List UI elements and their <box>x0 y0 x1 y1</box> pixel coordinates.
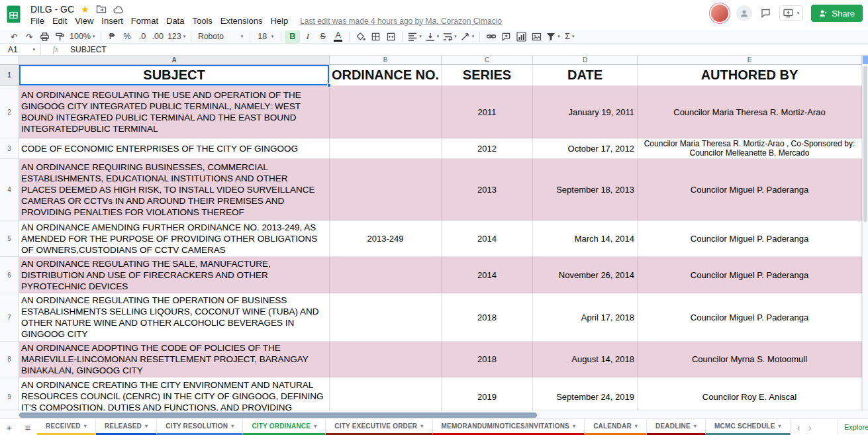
cell-authored-by[interactable]: Councilor Roy E. Aniscal <box>638 377 862 411</box>
sheet-tab-city-executive-order[interactable]: CITY EXECUTIVE ORDER▾ <box>326 419 432 435</box>
add-sheet-button[interactable]: + <box>0 419 19 435</box>
sheet-tab-released[interactable]: RELEASED▾ <box>96 419 157 435</box>
cell-date[interactable]: January 19, 2011 <box>533 86 638 138</box>
cell-date[interactable]: October 17, 2012 <box>533 138 638 159</box>
column-header-c[interactable]: C <box>442 56 533 65</box>
cell-series-header[interactable]: SERIES <box>442 65 533 86</box>
horizontal-scrollbar[interactable] <box>0 411 868 418</box>
menu-view[interactable]: View <box>71 15 97 26</box>
all-sheets-button[interactable]: ≡ <box>19 419 37 435</box>
insert-chart-button[interactable] <box>514 30 529 43</box>
cell-series[interactable]: 2011 <box>442 86 533 138</box>
cell-ordinance-no[interactable] <box>330 342 442 377</box>
explore-button[interactable]: Explore <box>838 419 868 435</box>
cell-ordinance-no[interactable]: 2013-249 <box>330 220 442 257</box>
zoom-select[interactable]: 100%▾ <box>68 30 97 43</box>
filter-button[interactable]: ▾ <box>544 30 562 43</box>
cell-date[interactable]: August 14, 2018 <box>533 342 638 377</box>
row-number[interactable]: 1 <box>0 65 19 86</box>
cell-ordinance-no[interactable] <box>330 257 442 293</box>
vertical-align-button[interactable]: ▾ <box>424 30 442 43</box>
cell-series[interactable]: 2014 <box>442 257 533 293</box>
menu-insert[interactable]: Insert <box>97 15 127 26</box>
undo-button[interactable]: ↶ <box>7 30 22 43</box>
sheet-tab-memorandum-notices-invitations[interactable]: MEMORANDUM/NOTICES/INVITATIONS▾ <box>433 419 585 435</box>
merge-cells-button[interactable] <box>383 30 399 43</box>
cell-ordinance-no[interactable] <box>330 86 442 138</box>
fill-handle[interactable] <box>327 83 331 87</box>
cell-subject[interactable]: AN ORDINANCE REGULATING THE USE AND OPER… <box>19 86 330 138</box>
column-header-b[interactable]: B <box>330 56 442 65</box>
sheet-tab-mcmc-schedule[interactable]: MCMC SCHEDULE▾ <box>706 419 791 435</box>
horizontal-scrollbar-thumb[interactable] <box>19 412 537 418</box>
star-icon[interactable]: ★ <box>81 5 89 14</box>
move-folder-icon[interactable] <box>96 5 107 14</box>
insert-comment-button[interactable] <box>499 30 514 43</box>
cell-ordinance-no[interactable] <box>330 377 442 411</box>
menu-format[interactable]: Format <box>127 15 162 26</box>
text-color-button[interactable]: A <box>330 30 346 43</box>
cell-ordinance-no[interactable] <box>330 159 442 220</box>
cell-ordinance-no-header[interactable]: ORDINANCE NO. <box>330 65 442 86</box>
decrease-decimal-button[interactable]: .0 <box>135 30 150 43</box>
cell-authored-by[interactable]: Councilor Maria Theresa R. Mortiz-Arao <box>638 86 862 138</box>
cell-subject[interactable]: AN ORDINANCE CREATING THE CITY ENVIRONME… <box>19 377 330 411</box>
cell-ordinance-no[interactable] <box>330 138 442 159</box>
cell-date[interactable]: April 17, 2018 <box>533 293 638 342</box>
cell-series[interactable]: 2014 <box>442 220 533 257</box>
font-size-select[interactable]: 18▾ <box>254 30 277 43</box>
cell-subject[interactable]: AN ORDINANCE REGULATING THE SALE, MANUFA… <box>19 257 330 293</box>
cell-series[interactable]: 2012 <box>442 138 533 159</box>
cloud-status-icon[interactable] <box>113 5 124 14</box>
cell-subject[interactable]: AN ORDINANCE ADOPTING THE CODE OF POLICI… <box>19 342 330 377</box>
bold-button[interactable]: B <box>285 30 300 43</box>
cell-subject[interactable]: CODE OF ECONOMIC ENTERPRISES OF THE CITY… <box>19 138 330 159</box>
print-button[interactable] <box>37 30 52 43</box>
name-box[interactable]: A1▾ <box>0 44 41 55</box>
increase-decimal-button[interactable]: .00 <box>150 30 166 43</box>
menu-data[interactable]: Data <box>162 15 188 26</box>
format-percent-button[interactable]: % <box>120 30 135 43</box>
font-select[interactable]: Roboto▾ <box>195 30 246 43</box>
column-header-a[interactable]: A <box>19 56 330 65</box>
more-formats-button[interactable]: 123▾ <box>166 30 187 43</box>
sheet-tab-city-ordinance[interactable]: CITY ORDINANCE▾ <box>243 419 326 435</box>
horizontal-align-button[interactable]: ▾ <box>406 30 424 43</box>
sheet-tab-deadline[interactable]: DEADLINE▾ <box>647 419 706 435</box>
cell-authored-by-header[interactable]: AUTHORED BY <box>638 65 862 86</box>
sheet-tab-received[interactable]: RECEIVED▾ <box>37 419 96 435</box>
column-header-e[interactable]: E <box>638 56 862 65</box>
insert-image-button[interactable] <box>529 30 544 43</box>
cell-authored-by[interactable]: Councilor Miguel P. Paderanga <box>638 220 862 257</box>
menu-help[interactable]: Help <box>266 15 292 26</box>
document-title[interactable]: DILG - GC <box>30 4 74 15</box>
tab-scroll-right-icon[interactable]: › <box>808 422 812 433</box>
sheets-logo[interactable] <box>7 5 21 26</box>
cell-authored-by[interactable]: Councilor Miguel P. Paderanga <box>638 159 862 220</box>
vertical-scrollbar[interactable] <box>862 56 868 411</box>
cell-date[interactable]: September 18, 2013 <box>533 159 638 220</box>
user-avatar[interactable] <box>711 5 728 22</box>
row-number[interactable]: 4 <box>0 159 19 220</box>
cell-series[interactable]: 2018 <box>442 342 533 377</box>
cell-date[interactable]: November 26, 2014 <box>533 257 638 293</box>
cell-authored-by[interactable]: Councilor Maria Theresa R. Mortiz-Arao ,… <box>638 138 862 159</box>
sheet-tab-calendar[interactable]: CALENDAR▾ <box>585 419 647 435</box>
cell-authored-by[interactable]: Councilor Myrna S. Motoomull <box>638 342 862 377</box>
row-number[interactable]: 7 <box>0 293 19 342</box>
redo-button[interactable]: ↷ <box>22 30 37 43</box>
text-rotation-button[interactable]: ▾ <box>459 30 477 43</box>
cell-series[interactable]: 2018 <box>442 293 533 342</box>
row-number[interactable]: 9 <box>0 377 19 411</box>
vertical-scrollbar-thumb[interactable] <box>863 66 867 222</box>
formula-input[interactable]: SUBJECT <box>70 45 107 54</box>
menu-file[interactable]: File <box>26 15 48 26</box>
menu-tools[interactable]: Tools <box>188 15 216 26</box>
comment-history-icon[interactable] <box>760 8 771 19</box>
italic-button[interactable]: I <box>300 30 315 43</box>
row-number[interactable]: 3 <box>0 138 19 159</box>
share-button[interactable]: Share <box>811 5 863 22</box>
cell-subject[interactable]: AN ORDINANCE REGULATING THE OPERATION OF… <box>19 293 330 342</box>
cell-subject[interactable]: AN ORDINANCE AMENDING FURTHER ORDINANCE … <box>19 220 330 257</box>
insert-link-button[interactable] <box>483 30 499 43</box>
